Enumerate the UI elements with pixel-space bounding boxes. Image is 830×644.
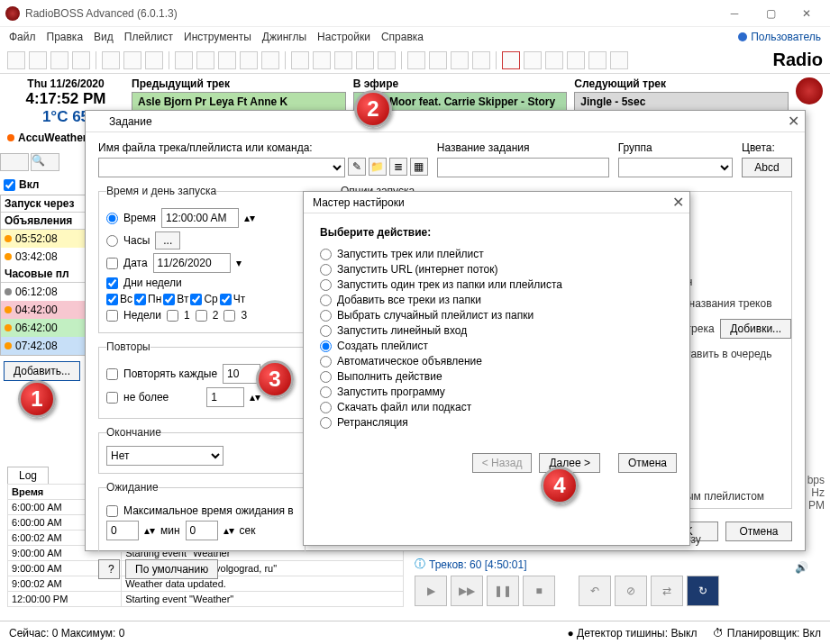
time-radio[interactable] xyxy=(106,213,118,224)
tb-copy[interactable] xyxy=(123,51,141,69)
tb-save[interactable] xyxy=(50,51,68,69)
colors-button[interactable]: Abcd xyxy=(742,158,792,177)
menu-jingles[interactable]: Джинглы xyxy=(262,31,306,43)
dow-wed[interactable] xyxy=(190,294,202,305)
tb-saveas[interactable] xyxy=(72,51,90,69)
tb-d[interactable] xyxy=(240,51,258,69)
log-tab[interactable]: Log xyxy=(7,467,49,484)
nomore-input[interactable] xyxy=(206,387,244,407)
tb-g[interactable] xyxy=(313,51,331,69)
tb-l[interactable] xyxy=(429,51,447,69)
tb-h[interactable] xyxy=(334,51,352,69)
task-close-button[interactable]: ✕ xyxy=(788,113,799,130)
minimize-button[interactable]: ─ xyxy=(716,1,752,26)
dow-sun[interactable] xyxy=(106,294,118,305)
speaker-icon[interactable] xyxy=(610,51,628,69)
tb-n[interactable] xyxy=(472,51,490,69)
dow-thu[interactable] xyxy=(220,294,232,305)
tb-c[interactable] xyxy=(218,51,236,69)
menu-playlist[interactable]: Плейлист xyxy=(124,31,173,43)
wizard-radio[interactable] xyxy=(320,264,332,276)
tb-k[interactable] xyxy=(407,51,425,69)
tb-cut[interactable] xyxy=(102,51,120,69)
user-link[interactable]: Пользователь xyxy=(738,31,821,43)
spinner-icon[interactable]: ▴▾ xyxy=(250,391,260,404)
list-button[interactable]: ≣ xyxy=(389,158,407,176)
tb-m[interactable] xyxy=(451,51,469,69)
tb-i[interactable] xyxy=(356,51,374,69)
maximize-button[interactable]: ▢ xyxy=(752,1,789,26)
record-icon[interactable] xyxy=(502,51,520,69)
next-button[interactable]: ▶▶ xyxy=(451,576,483,606)
deny-button[interactable]: ⊘ xyxy=(615,576,647,606)
nomore-checkbox[interactable] xyxy=(106,392,118,404)
spinner-icon[interactable]: ▴▾ xyxy=(144,524,155,537)
wizard-radio[interactable] xyxy=(320,386,332,398)
menu-help[interactable]: Справка xyxy=(381,31,424,43)
hours-radio[interactable] xyxy=(106,235,118,247)
menu-edit[interactable]: Правка xyxy=(47,31,84,43)
tb-paste[interactable] xyxy=(145,51,163,69)
prev-track[interactable]: Asle Bjorn Pr Leya Ft Anne K xyxy=(132,92,346,112)
menu-settings[interactable]: Настройки xyxy=(317,31,370,43)
tb-f[interactable] xyxy=(291,51,309,69)
sched-row[interactable]: 04:42:00 xyxy=(1,301,98,319)
sched-row[interactable]: 06:12:08 xyxy=(1,283,98,301)
log-row[interactable]: 12:00:00 PMStarting event "Weather" xyxy=(8,592,404,607)
close-button[interactable]: ✕ xyxy=(789,1,825,26)
volume-icon[interactable]: 🔊 xyxy=(795,561,808,574)
wizard-radio[interactable] xyxy=(320,295,332,306)
dow-checkbox[interactable] xyxy=(106,277,118,289)
pause-button[interactable]: ❚❚ xyxy=(487,576,519,606)
wizard-radio[interactable] xyxy=(320,340,332,352)
tb-b[interactable] xyxy=(196,51,214,69)
wizard-radio[interactable] xyxy=(320,417,332,429)
tb-j[interactable] xyxy=(378,51,396,69)
end-combo[interactable]: Нет xyxy=(106,446,223,466)
next-track[interactable]: Jingle - 5sec xyxy=(574,92,789,112)
menu-file[interactable]: Файл xyxy=(9,31,36,43)
wizard-radio[interactable] xyxy=(320,371,332,383)
hours-button[interactable]: ... xyxy=(155,231,180,249)
sched-row[interactable]: 07:42:08 xyxy=(1,337,98,355)
wand-button[interactable]: ✎ xyxy=(348,158,366,176)
tb-p[interactable] xyxy=(567,51,585,69)
shuffle-button[interactable]: ⇄ xyxy=(651,576,683,606)
date-input[interactable] xyxy=(153,253,231,273)
wait-checkbox[interactable] xyxy=(106,505,118,517)
menu-tools[interactable]: Инструменты xyxy=(184,31,251,43)
tb-q[interactable] xyxy=(588,51,607,69)
spinner-icon[interactable]: ▴▾ xyxy=(223,524,234,537)
stop-button[interactable]: ■ xyxy=(523,576,555,606)
tb-a[interactable] xyxy=(175,51,193,69)
wait-min-input[interactable] xyxy=(106,521,139,540)
w1[interactable] xyxy=(167,310,178,322)
help-button[interactable]: ? xyxy=(98,559,120,579)
wizard-radio[interactable] xyxy=(320,356,332,367)
tb-e[interactable] xyxy=(261,51,279,69)
wizard-close-button[interactable]: ✕ xyxy=(672,194,684,211)
wizard-cancel-button[interactable]: Отмена xyxy=(618,453,677,473)
taskname-input[interactable] xyxy=(437,158,609,177)
add-button[interactable]: Добавить... xyxy=(4,361,80,381)
loop-button[interactable]: ↻ xyxy=(687,576,719,606)
enable-checkbox[interactable] xyxy=(4,179,15,191)
wizard-radio[interactable] xyxy=(320,249,332,260)
tab-search[interactable]: 🔍 xyxy=(31,153,59,171)
defaults-button[interactable]: По умолчанию xyxy=(125,559,218,579)
sched-row[interactable]: 06:42:00 xyxy=(1,319,98,337)
tb-new[interactable] xyxy=(7,51,25,69)
w2[interactable] xyxy=(196,310,207,322)
fillers-button[interactable]: Добивки... xyxy=(720,319,791,339)
wizard-radio[interactable] xyxy=(320,325,332,337)
time-input[interactable] xyxy=(161,208,239,228)
play-button[interactable]: ▶ xyxy=(415,576,447,606)
pick-button[interactable]: ▦ xyxy=(410,158,428,176)
wait-sec-input[interactable] xyxy=(186,521,218,540)
sched-row[interactable]: 05:52:08 xyxy=(1,230,98,248)
back-button[interactable]: < Назад xyxy=(472,453,533,473)
undo-button[interactable]: ↶ xyxy=(579,576,611,606)
repeat-checkbox[interactable] xyxy=(106,368,118,380)
browse-button[interactable]: 📁 xyxy=(369,158,387,176)
wizard-radio[interactable] xyxy=(320,402,332,413)
